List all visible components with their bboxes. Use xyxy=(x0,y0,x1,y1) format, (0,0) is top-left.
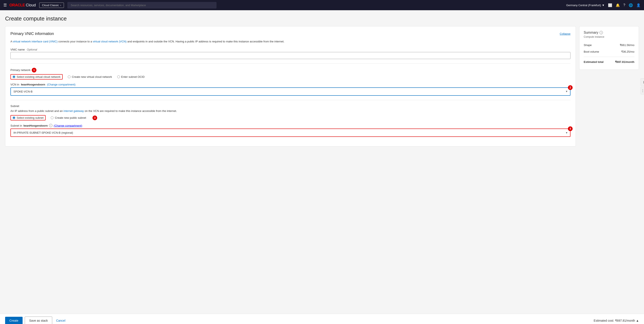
subnet-change-compartment-link[interactable]: (Change compartment) xyxy=(54,124,82,127)
estimated-cost-display: Estimated cost: ₹697.81/month ▲ xyxy=(594,319,639,322)
estimated-cost-label: Estimated cost: xyxy=(594,319,614,322)
region-chevron-icon: ▼ xyxy=(602,4,604,7)
desc-text-2: connects your instance to a xyxy=(58,40,93,43)
badge-4: 4 xyxy=(568,126,572,131)
nav-right-section: Germany Central (Frankfurt) ▼ ⬜ 🔔 ? 🌐 👤 xyxy=(566,3,640,7)
radio-enter-ocid-item[interactable]: Enter subnet OCID xyxy=(117,75,145,78)
subnet-section: Subnet An IP address from a public subne… xyxy=(10,104,570,137)
summary-title: Summary xyxy=(584,31,598,34)
radio-new-vcn[interactable] xyxy=(68,76,70,78)
oracle-logo: ORACLE Cloud xyxy=(10,3,36,8)
cloud-classic-button[interactable]: Cloud Classic › xyxy=(39,2,64,8)
collapse-link[interactable]: Collapse xyxy=(560,32,570,36)
summary-divider xyxy=(584,57,634,57)
radio-enter-ocid[interactable] xyxy=(117,76,120,78)
badge-1: 1 xyxy=(32,68,36,72)
summary-boot-label: Boot volume xyxy=(584,50,599,53)
badge-3: 3 xyxy=(92,116,97,120)
summary-shape-row: Shape ₹661.56/mo xyxy=(584,42,634,48)
summary-info-icon[interactable]: i xyxy=(600,31,603,34)
user-avatar-icon[interactable]: 👤 xyxy=(636,3,640,7)
summary-icon-buttons: ⊞ ⋮⋮ xyxy=(640,78,644,94)
subnet-in-text: Subnet in xyxy=(10,124,22,127)
subnet-description: An IP address from a public subnet and a… xyxy=(10,109,570,113)
globe-icon[interactable]: 🌐 xyxy=(629,3,633,7)
save-as-stack-button[interactable]: Save as stack xyxy=(25,316,52,324)
vcn-compartment-row: VCN in IwanHoogendoorn (Change compartme… xyxy=(10,83,570,86)
region-selector[interactable]: Germany Central (Frankfurt) ▼ xyxy=(566,4,604,7)
region-label: Germany Central (Frankfurt) xyxy=(566,4,601,7)
vnic-name-input[interactable] xyxy=(10,52,570,59)
summary-header: Summary i xyxy=(584,31,634,34)
summary-icon-btn-2[interactable]: ⋮⋮ xyxy=(640,87,644,94)
subnet-dropdown-wrapper: IH-PRIVATE-SUBNET-SPOKE-VCN-B (regional)… xyxy=(10,128,570,137)
section-header: Primary VNIC information Collapse xyxy=(10,32,570,36)
create-button[interactable]: Create xyxy=(5,317,22,324)
radio-new-vcn-label: Create new virtual cloud network xyxy=(72,75,112,78)
form-divider-2 xyxy=(10,100,570,100)
vcn-in-label: VCN in xyxy=(10,83,19,86)
vcn-select-wrapper: SPOKE-VCN-B ▼ 2 xyxy=(10,88,570,96)
primary-network-label: Primary network 1 xyxy=(10,68,570,72)
section-title: Primary VNIC information xyxy=(10,32,54,36)
bottom-bar: Create Save as stack Cancel Estimated co… xyxy=(0,314,644,324)
primary-vnic-form-panel: Primary VNIC information Collapse A virt… xyxy=(5,26,576,146)
primary-network-section: Primary network 1 Select existing virtua… xyxy=(10,68,570,96)
estimated-cost-value: ₹697.81/month xyxy=(615,319,635,322)
radio-new-subnet-label: Create new public subnet xyxy=(55,116,86,119)
radio-existing-vcn-item[interactable]: Select existing virtual cloud network xyxy=(10,74,63,80)
bell-icon[interactable]: 🔔 xyxy=(616,3,620,7)
summary-panel: Summary i Compute instance Shape ₹661.56… xyxy=(579,26,639,70)
summary-total-label: Estimated total xyxy=(584,60,604,64)
help-icon[interactable]: ? xyxy=(623,3,625,7)
top-navigation: ☰ ORACLE Cloud Cloud Classic › Germany C… xyxy=(0,0,644,10)
nav-icon-group: ⬜ 🔔 ? 🌐 👤 xyxy=(608,3,640,7)
bottom-left-actions: Create Save as stack Cancel xyxy=(5,316,67,324)
radio-enter-ocid-label: Enter subnet OCID xyxy=(121,75,145,78)
subnet-select-container: IH-PRIVATE-SUBNET-SPOKE-VCN-B (regional)… xyxy=(10,128,570,137)
subnet-info-icon[interactable]: i xyxy=(49,124,52,127)
desc-text-3: and endpoints in and outside the VCN. Ha… xyxy=(127,40,284,43)
summary-total-value: ₹697.81/month xyxy=(615,60,634,64)
vcn-link[interactable]: virtual cloud network (VCN) xyxy=(93,40,126,43)
summary-container: Summary i Compute instance Shape ₹661.56… xyxy=(579,26,639,146)
vcn-change-compartment-link[interactable]: (Change compartment) xyxy=(47,83,76,86)
oracle-wordmark: ORACLE xyxy=(10,3,25,8)
subnet-compartment-name: IwanHoogendoorn xyxy=(24,124,48,127)
radio-new-vcn-item[interactable]: Create new virtual cloud network xyxy=(68,75,112,78)
badge-2: 2 xyxy=(568,85,572,90)
radio-existing-vcn[interactable] xyxy=(12,76,15,78)
summary-subtitle: Compute instance xyxy=(584,36,634,38)
desc-text-1: A xyxy=(10,40,13,43)
cancel-link[interactable]: Cancel xyxy=(54,317,67,324)
cloud-wordmark: Cloud xyxy=(26,3,36,8)
summary-total-row: Estimated total ₹697.81/month xyxy=(584,58,634,65)
vnic-link[interactable]: virtual network interface card (VNIC) xyxy=(13,40,58,43)
estimated-cost-chevron-icon[interactable]: ▲ xyxy=(636,319,639,322)
terminal-icon[interactable]: ⬜ xyxy=(608,3,612,7)
subnet-select[interactable]: IH-PRIVATE-SUBNET-SPOKE-VCN-B (regional) xyxy=(10,128,570,137)
summary-icon-btn-1[interactable]: ⊞ xyxy=(640,78,644,86)
vcn-select[interactable]: SPOKE-VCN-B xyxy=(10,88,570,96)
radio-existing-subnet-item[interactable]: Select existing subnet xyxy=(10,115,46,120)
internet-gateway-link[interactable]: internet gateway xyxy=(64,109,84,112)
radio-new-subnet-item[interactable]: Create new public subnet xyxy=(51,116,86,119)
page-title: Create compute instance xyxy=(5,15,639,22)
cloud-classic-label: Cloud Classic xyxy=(42,4,59,7)
summary-boot-value: ₹36.25/mo xyxy=(621,50,634,53)
subnet-label: Subnet xyxy=(10,104,570,108)
subnet-compartment-row: Subnet in IwanHoogendoorn i (Change comp… xyxy=(10,124,570,127)
subnet-radio-group: Select existing subnet Create new public… xyxy=(10,115,570,120)
global-search-input[interactable] xyxy=(67,2,216,8)
form-divider-1 xyxy=(10,63,570,64)
main-layout: Primary VNIC information Collapse A virt… xyxy=(5,26,639,146)
vcn-dropdown-wrapper: SPOKE-VCN-B ▼ xyxy=(10,88,570,96)
vnic-name-label: VNIC name Optional xyxy=(10,48,570,51)
cloud-classic-arrow-icon: › xyxy=(60,4,61,7)
vcn-compartment-name: IwanHoogendoorn xyxy=(21,83,45,86)
radio-new-subnet[interactable] xyxy=(51,116,54,119)
radio-existing-vcn-label: Select existing virtual cloud network xyxy=(16,75,60,78)
radio-existing-subnet[interactable] xyxy=(12,116,15,119)
hamburger-menu-icon[interactable]: ☰ xyxy=(4,3,7,8)
summary-boot-volume-row: Boot volume ₹36.25/mo xyxy=(584,48,634,55)
